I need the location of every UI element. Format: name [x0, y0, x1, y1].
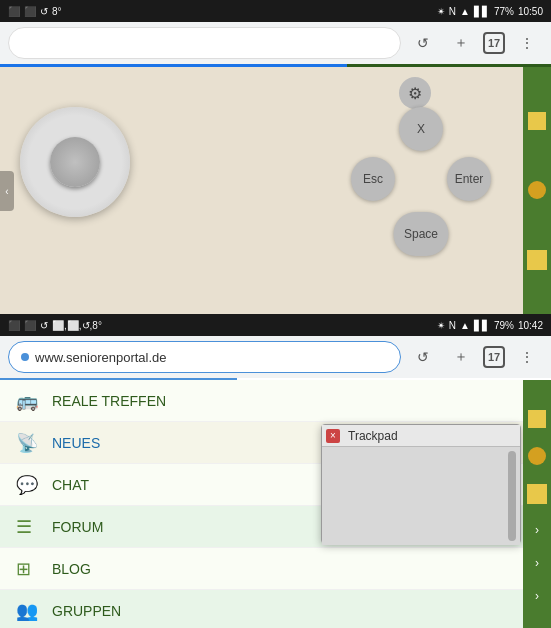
expand-right-3[interactable]: ›	[535, 589, 539, 603]
menu-item-blog[interactable]: ⊞ BLOG	[0, 548, 551, 590]
reale-treffen-icon: 🚌	[16, 390, 40, 412]
reload-button-top[interactable]: ↺	[407, 27, 439, 59]
new-tab-button-top[interactable]: ＋	[445, 27, 477, 59]
top-status-bar: ⬛ ⬛ ↺ 8° ✴ N ▲ ▋▋ 77% 10:50	[0, 0, 551, 22]
joystick-outer[interactable]	[20, 107, 130, 217]
menu-button-top[interactable]: ⋮	[511, 27, 543, 59]
expand-right-2[interactable]: ›	[535, 556, 539, 570]
reload-button-bottom[interactable]: ↺	[407, 341, 439, 373]
blog-icon: ⊞	[16, 558, 40, 580]
menu-item-gruppen[interactable]: 👥 GRUPPEN	[0, 590, 551, 628]
trackpad-body[interactable]	[322, 447, 520, 545]
controls-cluster: X Esc Enter Space	[351, 107, 491, 267]
blog-label: BLOG	[52, 561, 91, 577]
trackpad-title: Trackpad	[348, 429, 398, 443]
forum-icon: ☰	[16, 516, 40, 538]
bottom-screen-icon: ⬛	[24, 320, 36, 331]
chat-icon: 💬	[16, 474, 40, 496]
top-panel: ⬛ ⬛ ↺ 8° ✴ N ▲ ▋▋ 77% 10:50 ↺ ＋ 17 ⋮	[0, 0, 551, 314]
temperature-label: 8°	[52, 6, 62, 17]
neues-icon: 📡	[16, 432, 40, 454]
bottom-temp-label: ⬜,⬜,↺,8°	[52, 320, 102, 331]
gem-square-2	[528, 410, 546, 428]
chat-label: CHAT	[52, 477, 89, 493]
bottom-status-left: ⬛ ⬛ ↺ ⬜,⬜,↺,8°	[8, 320, 102, 331]
bottom-sync-icon: ↺	[40, 320, 48, 331]
menu-button-bottom[interactable]: ⋮	[511, 341, 543, 373]
trackpad-close-button[interactable]: ×	[326, 429, 340, 443]
collapse-button[interactable]: ‹	[0, 171, 14, 211]
status-bar-right: ✴ N ▲ ▋▋ 77% 10:50	[437, 6, 543, 17]
browser-bar-top: ↺ ＋ 17 ⋮	[0, 22, 551, 64]
url-indicator	[21, 353, 29, 361]
url-bar-top[interactable]	[8, 27, 401, 59]
screenshot-icon: ⬛	[8, 6, 20, 17]
bottom-status-right: ✴ N ▲ ▋▋ 79% 10:42	[437, 320, 543, 331]
bottom-bluetooth-icon: ✴	[437, 320, 445, 331]
url-bar-bottom[interactable]: www.seniorenportal.de	[8, 341, 401, 373]
gruppen-icon: 👥	[16, 600, 40, 622]
enter-button[interactable]: Enter	[447, 157, 491, 201]
gem-triangle-1	[527, 250, 547, 270]
trackpad-overlay: × Trackpad	[321, 424, 521, 544]
space-button[interactable]: Space	[394, 212, 449, 256]
trackpad-titlebar: × Trackpad	[322, 425, 520, 447]
bottom-screenshot-icon: ⬛	[8, 320, 20, 331]
menu-area: 🚌 REALE TREFFEN 📡 NEUES 💬 CHAT ☰ FORUM ⊞…	[0, 380, 551, 628]
wifi-icon: ▲	[460, 6, 470, 17]
x-button[interactable]: X	[399, 107, 443, 151]
bottom-time-label: 10:42	[518, 320, 543, 331]
time-label: 10:50	[518, 6, 543, 17]
status-bar-left: ⬛ ⬛ ↺ 8°	[8, 6, 62, 17]
bottom-nfc-icon: N	[449, 320, 456, 331]
reale-treffen-label: REALE TREFFEN	[52, 393, 166, 409]
gem-square-1	[528, 112, 546, 130]
gruppen-label: GRUPPEN	[52, 603, 121, 619]
bluetooth-icon: ✴	[437, 6, 445, 17]
nfc-icon: N	[449, 6, 456, 17]
trackpad-scrollbar[interactable]	[508, 451, 516, 541]
joystick[interactable]	[20, 107, 130, 217]
bottom-wifi-icon: ▲	[460, 320, 470, 331]
bottom-status-bar: ⬛ ⬛ ↺ ⬜,⬜,↺,8° ✴ N ▲ ▋▋ 79% 10:42	[0, 314, 551, 336]
right-sidebar-top	[523, 67, 551, 315]
signal-icon: ▋▋	[474, 6, 490, 17]
sync-icon: ↺	[40, 6, 48, 17]
esc-button[interactable]: Esc	[351, 157, 395, 201]
gear-button[interactable]: ⚙	[399, 77, 431, 109]
gem-circle-1	[528, 181, 546, 199]
tab-count-bottom[interactable]: 17	[483, 346, 505, 368]
menu-item-reale-treffen[interactable]: 🚌 REALE TREFFEN	[0, 380, 551, 422]
url-text-bottom: www.seniorenportal.de	[35, 350, 167, 365]
forum-label: FORUM	[52, 519, 103, 535]
gem-circle-2	[528, 447, 546, 465]
right-sidebar-bottom: › › ›	[523, 380, 551, 628]
expand-right-1[interactable]: ›	[535, 523, 539, 537]
browser-bar-bottom: www.seniorenportal.de ↺ ＋ 17 ⋮	[0, 336, 551, 378]
battery-label: 77%	[494, 6, 514, 17]
bottom-signal-icon: ▋▋	[474, 320, 490, 331]
joystick-inner[interactable]	[50, 137, 100, 187]
tab-count-top[interactable]: 17	[483, 32, 505, 54]
bottom-battery-label: 79%	[494, 320, 514, 331]
browser-content: ⚙ X Esc Enter Space ‹	[0, 67, 551, 315]
gem-triangle-2	[527, 484, 547, 504]
screen-icon: ⬛	[24, 6, 36, 17]
bottom-panel: ⬛ ⬛ ↺ ⬜,⬜,↺,8° ✴ N ▲ ▋▋ 79% 10:42 www.se…	[0, 314, 551, 628]
new-tab-button-bottom[interactable]: ＋	[445, 341, 477, 373]
neues-label: NEUES	[52, 435, 100, 451]
